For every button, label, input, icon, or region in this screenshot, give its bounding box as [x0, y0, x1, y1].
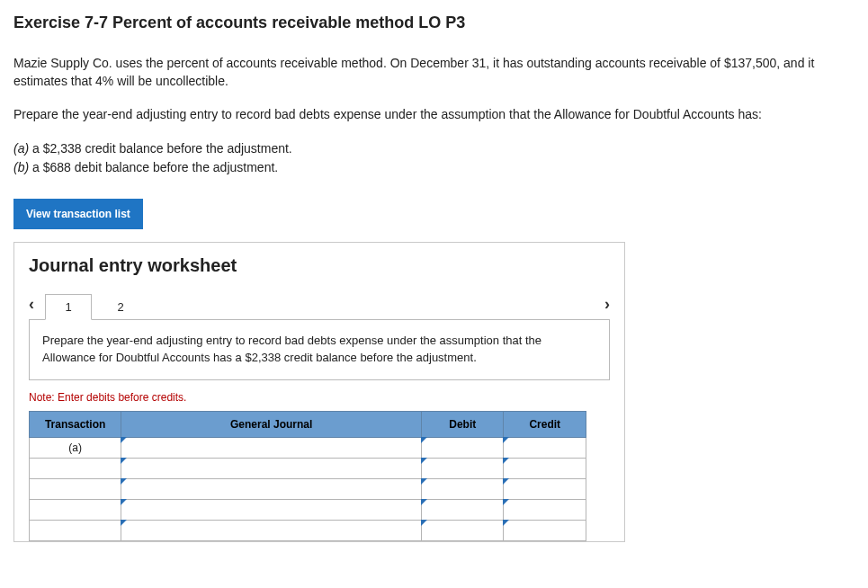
view-transaction-list-button[interactable]: View transaction list	[13, 199, 143, 229]
col-credit-header: Credit	[504, 411, 586, 437]
credit-cell[interactable]	[504, 458, 586, 478]
scenario-paragraph: Mazie Supply Co. uses the percent of acc…	[13, 55, 841, 90]
col-debit-header: Debit	[422, 411, 504, 437]
exercise-title: Exercise 7-7 Percent of accounts receiva…	[13, 13, 855, 32]
worksheet-heading: Journal entry worksheet	[29, 255, 610, 276]
option-a: (a) a $2,338 credit balance before the a…	[13, 140, 841, 158]
worksheet-instruction: Prepare the year-end adjusting entry to …	[29, 319, 610, 380]
transaction-cell	[30, 458, 121, 478]
transaction-cell	[30, 499, 121, 520]
journal-entry-worksheet: Journal entry worksheet ‹ 1 2 › Prepare …	[13, 242, 625, 542]
instruction-paragraph: Prepare the year-end adjusting entry to …	[13, 106, 841, 124]
table-row	[30, 499, 586, 520]
transaction-cell: (a)	[30, 437, 121, 458]
debit-cell[interactable]	[422, 478, 504, 499]
option-b: (b) a $688 debit balance before the adju…	[13, 159, 841, 177]
option-b-text: a $688 debit balance before the adjustme…	[32, 160, 278, 174]
col-general-journal-header: General Journal	[121, 411, 422, 437]
general-journal-cell[interactable]	[121, 437, 422, 458]
option-a-text: a $2,338 credit balance before the adjus…	[32, 141, 292, 156]
credit-cell[interactable]	[504, 520, 586, 540]
tab-2[interactable]: 2	[97, 294, 144, 319]
option-b-label: (b)	[13, 160, 32, 174]
general-journal-cell[interactable]	[121, 520, 422, 540]
table-row: (a)	[30, 437, 586, 458]
debit-cell[interactable]	[422, 499, 504, 520]
debit-cell[interactable]	[422, 437, 504, 458]
credit-cell[interactable]	[504, 437, 586, 458]
debit-cell[interactable]	[422, 520, 504, 540]
table-row	[30, 458, 586, 478]
credit-cell[interactable]	[504, 499, 586, 520]
general-journal-cell[interactable]	[121, 458, 422, 478]
chevron-right-icon[interactable]: ›	[599, 295, 610, 319]
general-journal-cell[interactable]	[121, 499, 422, 520]
journal-table: Transaction General Journal Debit Credit…	[29, 411, 586, 541]
table-row	[30, 478, 586, 499]
tab-1[interactable]: 1	[45, 294, 92, 320]
general-journal-cell[interactable]	[121, 478, 422, 499]
transaction-cell	[30, 520, 121, 540]
credit-cell[interactable]	[504, 478, 586, 499]
table-row	[30, 520, 586, 540]
debit-cell[interactable]	[422, 458, 504, 478]
col-transaction-header: Transaction	[30, 411, 121, 437]
table-header-row: Transaction General Journal Debit Credit	[30, 411, 586, 437]
chevron-left-icon[interactable]: ‹	[29, 295, 40, 319]
transaction-cell	[30, 478, 121, 499]
option-a-label: (a)	[13, 141, 32, 156]
debits-before-credits-note: Note: Enter debits before credits.	[29, 391, 610, 404]
worksheet-tab-row: ‹ 1 2 ›	[29, 289, 610, 319]
